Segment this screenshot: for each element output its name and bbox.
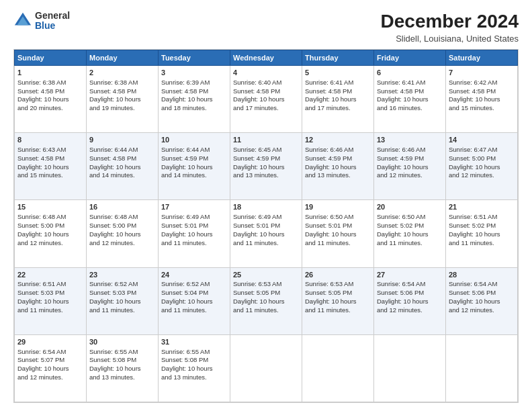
day-info: Sunrise: 6:46 AM (305, 146, 371, 154)
day-info: and 14 minutes. (89, 171, 155, 180)
calendar-cell: 8Sunrise: 6:43 AMSunset: 4:58 PMDaylight… (15, 133, 87, 200)
calendar-cell: 5Sunrise: 6:41 AMSunset: 4:58 PMDaylight… (302, 66, 374, 133)
day-info: and 14 minutes. (161, 171, 227, 180)
day-info: Sunrise: 6:51 AM (449, 213, 515, 222)
day-info: and 18 minutes. (161, 104, 227, 113)
main-title: December 2024 (381, 11, 519, 32)
calendar-cell: 31Sunrise: 6:55 AMSunset: 5:08 PMDayligh… (159, 334, 230, 402)
day-number: 29 (17, 337, 83, 347)
calendar-cell: 30Sunrise: 6:55 AMSunset: 5:08 PMDayligh… (87, 334, 159, 402)
day-info: Sunset: 5:06 PM (449, 289, 515, 298)
day-info: and 13 minutes. (89, 373, 155, 382)
day-number: 21 (449, 202, 515, 212)
day-info: Sunrise: 6:39 AM (161, 79, 227, 87)
day-info: and 11 minutes. (161, 306, 227, 315)
day-info: and 11 minutes. (305, 239, 371, 248)
day-info: Sunset: 4:58 PM (233, 87, 299, 96)
day-info: and 11 minutes. (161, 239, 227, 248)
day-info: Daylight: 10 hours (233, 95, 299, 104)
day-info: and 11 minutes. (233, 239, 299, 248)
logo: General Blue (13, 11, 70, 32)
day-info: Sunset: 4:58 PM (17, 154, 83, 163)
day-info: Daylight: 10 hours (17, 365, 83, 373)
day-info: and 17 minutes. (233, 104, 299, 113)
day-info: Sunrise: 6:48 AM (89, 213, 155, 222)
calendar-table: Sunday Monday Tuesday Wednesday Thursday… (14, 50, 518, 402)
day-info: and 11 minutes. (449, 239, 515, 248)
day-info: Sunrise: 6:44 AM (161, 146, 227, 154)
calendar-cell: 2Sunrise: 6:38 AMSunset: 4:58 PMDaylight… (87, 66, 159, 133)
day-info: Sunrise: 6:55 AM (89, 348, 155, 357)
day-info: Daylight: 10 hours (449, 95, 515, 104)
day-info: Sunset: 4:58 PM (17, 87, 83, 96)
day-info: Sunset: 5:03 PM (17, 289, 83, 298)
calendar-cell: 21Sunrise: 6:51 AMSunset: 5:02 PMDayligh… (446, 200, 518, 267)
day-info: and 11 minutes. (89, 306, 155, 315)
calendar-cell: 14Sunrise: 6:47 AMSunset: 5:00 PMDayligh… (446, 133, 518, 200)
day-number: 22 (17, 270, 83, 280)
day-number: 20 (377, 202, 443, 212)
day-info: Sunrise: 6:38 AM (89, 79, 155, 87)
calendar-cell: 27Sunrise: 6:54 AMSunset: 5:06 PMDayligh… (374, 267, 446, 334)
day-info: Sunrise: 6:54 AM (449, 280, 515, 289)
day-number: 5 (305, 68, 371, 78)
day-info: Daylight: 10 hours (89, 365, 155, 373)
day-number: 7 (449, 68, 515, 78)
day-info: Daylight: 10 hours (377, 95, 443, 104)
col-monday: Monday (87, 50, 159, 66)
calendar-cell: 15Sunrise: 6:48 AMSunset: 5:00 PMDayligh… (15, 200, 87, 267)
col-thursday: Thursday (302, 50, 374, 66)
day-info: Daylight: 10 hours (233, 298, 299, 306)
day-number: 6 (377, 68, 443, 78)
day-info: Sunrise: 6:41 AM (305, 79, 371, 87)
calendar-cell (374, 334, 446, 402)
day-info: Daylight: 10 hours (233, 163, 299, 172)
day-info: Sunset: 4:59 PM (161, 154, 227, 163)
day-info: Sunset: 4:58 PM (161, 87, 227, 96)
day-info: Sunset: 4:58 PM (89, 154, 155, 163)
subtitle: Slidell, Louisiana, United States (381, 34, 519, 44)
calendar-week-2: 8Sunrise: 6:43 AMSunset: 4:58 PMDaylight… (15, 133, 518, 200)
day-info: Sunrise: 6:49 AM (161, 213, 227, 222)
day-info: Sunset: 4:59 PM (305, 154, 371, 163)
day-number: 23 (89, 270, 155, 280)
header-row: Sunday Monday Tuesday Wednesday Thursday… (15, 50, 518, 66)
day-info: Sunset: 4:59 PM (233, 154, 299, 163)
day-info: Daylight: 10 hours (305, 230, 371, 239)
day-info: Sunset: 5:04 PM (161, 289, 227, 298)
day-info: Sunrise: 6:54 AM (17, 348, 83, 357)
col-wednesday: Wednesday (230, 50, 302, 66)
day-info: and 12 minutes. (89, 239, 155, 248)
day-info: and 20 minutes. (17, 104, 83, 113)
day-info: Sunrise: 6:43 AM (17, 146, 83, 154)
calendar-cell: 22Sunrise: 6:51 AMSunset: 5:03 PMDayligh… (15, 267, 87, 334)
day-info: Daylight: 10 hours (161, 163, 227, 172)
day-info: Sunrise: 6:42 AM (449, 79, 515, 87)
calendar-cell: 29Sunrise: 6:54 AMSunset: 5:07 PMDayligh… (15, 334, 87, 402)
day-number: 31 (161, 337, 227, 347)
col-sunday: Sunday (15, 50, 87, 66)
day-info: Sunset: 5:02 PM (449, 222, 515, 230)
calendar-cell (230, 334, 302, 402)
day-number: 10 (161, 135, 227, 145)
day-info: Daylight: 10 hours (161, 230, 227, 239)
calendar-cell: 1Sunrise: 6:38 AMSunset: 4:58 PMDaylight… (15, 66, 87, 133)
day-info: Sunset: 4:58 PM (377, 87, 443, 96)
day-number: 28 (449, 270, 515, 280)
day-number: 15 (17, 202, 83, 212)
day-info: and 12 minutes. (377, 171, 443, 180)
day-info: Sunrise: 6:49 AM (233, 213, 299, 222)
page: General Blue December 2024 Slidell, Loui… (0, 0, 532, 411)
calendar-cell: 6Sunrise: 6:41 AMSunset: 4:58 PMDaylight… (374, 66, 446, 133)
col-friday: Friday (374, 50, 446, 66)
day-info: Sunset: 4:58 PM (305, 87, 371, 96)
calendar-cell: 20Sunrise: 6:50 AMSunset: 5:02 PMDayligh… (374, 200, 446, 267)
day-number: 26 (305, 270, 371, 280)
calendar-cell: 16Sunrise: 6:48 AMSunset: 5:00 PMDayligh… (87, 200, 159, 267)
day-info: Daylight: 10 hours (17, 298, 83, 306)
day-info: and 11 minutes. (17, 306, 83, 315)
day-info: and 12 minutes. (17, 239, 83, 248)
day-info: and 13 minutes. (233, 171, 299, 180)
day-info: and 12 minutes. (17, 373, 83, 382)
day-number: 1 (17, 68, 83, 78)
